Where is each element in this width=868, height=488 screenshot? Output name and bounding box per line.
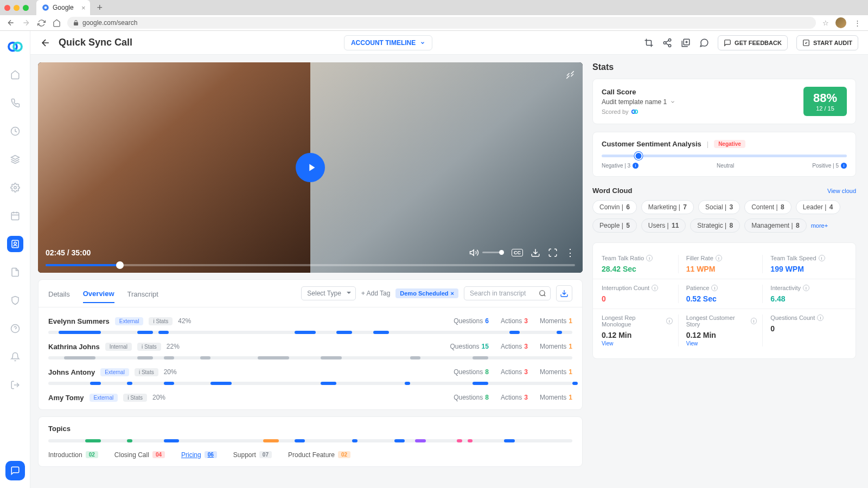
info-icon[interactable]: i xyxy=(817,314,824,321)
wordcloud-pill[interactable]: Content | 8 xyxy=(744,200,792,214)
new-tab-button[interactable]: + xyxy=(93,1,106,14)
questions-count[interactable]: Questions8 xyxy=(454,368,489,376)
crop-icon[interactable] xyxy=(644,38,654,48)
speaker-stats-badge[interactable]: i Stats xyxy=(135,368,158,376)
info-icon[interactable]: i xyxy=(819,255,825,261)
wordcloud-pill[interactable]: Social | 3 xyxy=(698,200,740,214)
topic-item[interactable]: Product Feature02 xyxy=(288,451,350,459)
cc-button[interactable]: CC xyxy=(512,249,523,256)
close-tab-icon[interactable]: × xyxy=(81,4,86,12)
info-icon[interactable]: i xyxy=(646,255,653,261)
speaker-stats-badge[interactable]: i Stats xyxy=(123,394,147,402)
bookmark-icon[interactable]: ☆ xyxy=(822,19,829,27)
play-button[interactable] xyxy=(296,153,325,182)
speaker-stats-badge[interactable]: i Stats xyxy=(149,317,173,325)
info-icon[interactable]: i xyxy=(711,285,718,291)
wordcloud-pill[interactable]: Leader | 4 xyxy=(796,200,840,214)
more-icon[interactable]: ⋮ xyxy=(565,247,575,259)
back-icon[interactable] xyxy=(7,18,15,27)
download-icon[interactable] xyxy=(531,248,540,258)
sentiment-slider[interactable] xyxy=(602,155,847,157)
info-icon[interactable]: i xyxy=(666,318,673,324)
video-progress[interactable] xyxy=(46,264,575,266)
rail-calendar-icon[interactable] xyxy=(7,208,23,224)
profile-avatar[interactable] xyxy=(835,17,846,28)
reload-icon[interactable] xyxy=(37,19,46,27)
wordcloud-more[interactable]: more+ xyxy=(811,222,828,229)
wordcloud-pill[interactable]: Marketing | 7 xyxy=(641,200,694,214)
tab-transcript[interactable]: Transcript xyxy=(127,290,158,303)
back-button[interactable] xyxy=(40,37,51,48)
info-icon[interactable]: i xyxy=(652,285,658,291)
actions-count[interactable]: Actions3 xyxy=(501,368,528,376)
share-icon[interactable] xyxy=(662,38,672,48)
add-tag-button[interactable]: + Add Tag xyxy=(361,290,391,297)
speaker-stats-badge[interactable]: i Stats xyxy=(137,343,161,351)
menu-icon[interactable]: ⋮ xyxy=(853,19,861,27)
wordcloud-pill[interactable]: Users | 11 xyxy=(641,219,686,233)
transcript-search[interactable]: Search in transcript xyxy=(464,286,551,300)
metric-view-link[interactable]: View xyxy=(602,341,673,346)
topic-item[interactable]: Support07 xyxy=(233,451,272,459)
questions-count[interactable]: Questions15 xyxy=(450,343,489,350)
info-icon[interactable]: i xyxy=(716,255,722,261)
rail-shield-icon[interactable] xyxy=(7,292,23,309)
rail-help-icon[interactable] xyxy=(7,320,23,337)
wordcloud-pill[interactable]: Management | 8 xyxy=(744,219,807,233)
library-add-icon[interactable] xyxy=(681,38,691,48)
tab-details[interactable]: Details xyxy=(48,290,70,303)
rail-home-icon[interactable] xyxy=(7,67,23,83)
moments-count[interactable]: Moments1 xyxy=(540,368,572,376)
moments-count[interactable]: Moments1 xyxy=(540,394,572,401)
tag-chip[interactable]: Demo Scheduled× xyxy=(395,288,458,298)
rail-logout-icon[interactable] xyxy=(7,377,23,393)
wordcloud-pill[interactable]: People | 5 xyxy=(592,219,637,233)
speaker-track[interactable] xyxy=(48,331,572,334)
home-icon[interactable] xyxy=(52,19,61,27)
rail-layers-icon[interactable] xyxy=(7,151,23,168)
moments-count[interactable]: Moments1 xyxy=(540,343,572,350)
actions-count[interactable]: Actions3 xyxy=(501,343,528,350)
questions-count[interactable]: Questions8 xyxy=(454,394,489,401)
wordcloud-pill[interactable]: Strategic | 8 xyxy=(690,219,740,233)
remove-chip-icon[interactable]: × xyxy=(451,290,454,297)
account-timeline-button[interactable]: ACCOUNT TIMELINE xyxy=(344,35,432,50)
wordcloud-pill[interactable]: Convin | 6 xyxy=(592,200,637,214)
rail-calls-icon[interactable] xyxy=(7,95,23,111)
topic-item[interactable]: Introduction02 xyxy=(48,451,98,459)
actions-count[interactable]: Actions3 xyxy=(501,394,528,401)
window-controls[interactable] xyxy=(4,5,29,11)
app-logo-icon[interactable] xyxy=(7,38,23,55)
comment-icon[interactable] xyxy=(699,38,709,48)
speaker-track[interactable] xyxy=(48,356,572,359)
speaker-track[interactable] xyxy=(48,382,572,385)
rail-time-icon[interactable] xyxy=(7,123,23,139)
volume-control[interactable] xyxy=(469,248,504,258)
browser-tab[interactable]: Google × xyxy=(36,0,90,15)
fullscreen-icon[interactable] xyxy=(548,248,558,258)
metric-view-link[interactable]: View xyxy=(686,341,757,346)
tab-overview[interactable]: Overview xyxy=(83,290,114,303)
forward-icon[interactable] xyxy=(22,18,30,27)
rail-settings-icon[interactable] xyxy=(7,179,23,196)
rail-bell-icon[interactable] xyxy=(7,349,23,365)
actions-count[interactable]: Actions3 xyxy=(501,317,528,325)
info-icon[interactable]: i xyxy=(803,285,809,291)
view-cloud-link[interactable]: View cloud xyxy=(827,188,856,194)
expand-icon[interactable] xyxy=(565,70,575,80)
rail-contacts-icon[interactable] xyxy=(7,236,23,252)
start-audit-button[interactable]: START AUDIT xyxy=(796,35,858,50)
chat-fab-icon[interactable] xyxy=(5,461,25,480)
rail-document-icon[interactable] xyxy=(7,264,23,280)
video-player[interactable]: 02:45 / 35:00 CC ⋮ xyxy=(38,62,583,273)
address-bar[interactable]: google.com/search xyxy=(67,17,816,29)
topic-item[interactable]: Pricing06 xyxy=(181,451,217,459)
download-button[interactable] xyxy=(556,285,572,301)
info-icon[interactable]: i xyxy=(751,318,757,324)
template-selector[interactable]: Audit template name 1 xyxy=(602,98,675,106)
get-feedback-button[interactable]: GET FEEDBACK xyxy=(718,35,788,50)
questions-count[interactable]: Questions6 xyxy=(454,317,489,325)
select-type[interactable]: Select Type xyxy=(301,286,355,300)
moments-count[interactable]: Moments1 xyxy=(540,317,572,325)
topic-item[interactable]: Closing Call04 xyxy=(114,451,165,459)
